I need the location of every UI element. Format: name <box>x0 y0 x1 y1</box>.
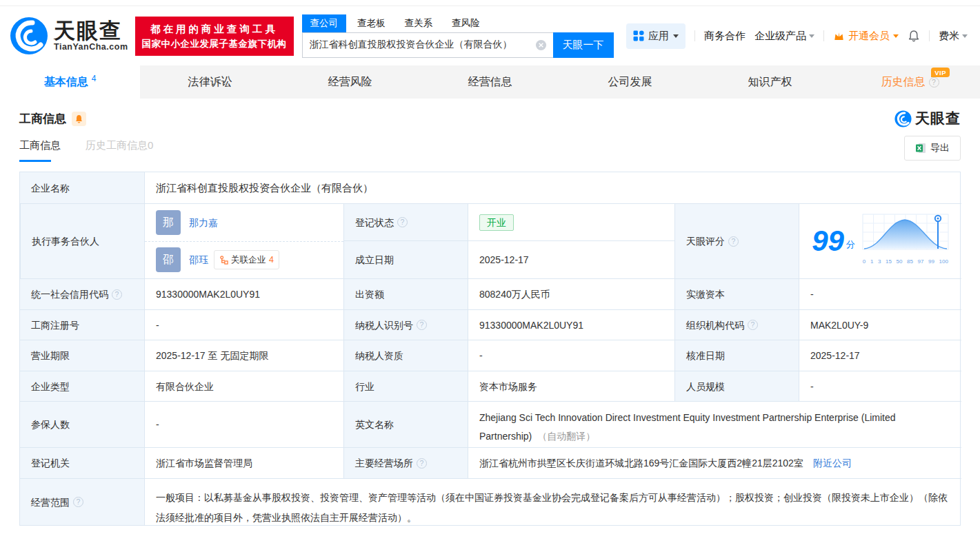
score-curve-chart <box>862 214 949 251</box>
org-chart-icon <box>219 256 228 265</box>
partner-avatar[interactable]: 那 <box>156 210 181 235</box>
subscribe-bell-icon[interactable] <box>72 112 86 126</box>
tab-business-info[interactable]: 工商信息 <box>19 139 61 162</box>
field-label: 登记状态 ? <box>343 203 468 240</box>
partner-row: 邵 邵珏 关联企业 4 <box>145 241 343 279</box>
clear-icon[interactable] <box>535 39 547 51</box>
tianyancha-logo-icon <box>10 17 48 55</box>
field-label: 组织机构代码 ? <box>674 309 799 340</box>
business-term-value: 2025-12-17 至 无固定期限 <box>144 340 343 371</box>
staff-size-value: - <box>799 371 961 401</box>
search-tab-relation[interactable]: 查关系 <box>397 14 441 32</box>
tab-company-development[interactable]: 公司发展 <box>560 65 700 99</box>
help-icon[interactable]: ? <box>417 320 427 330</box>
field-label: 登记机关 <box>20 447 144 478</box>
search-box: 天眼一下 <box>302 32 614 58</box>
menu-cooperation[interactable]: 商务合作 <box>704 30 746 43</box>
tab-history-business-info[interactable]: 历史工商信息0 <box>86 139 153 162</box>
help-icon[interactable]: ? <box>112 289 122 300</box>
field-label: 统一社会信用代码 ? <box>20 278 144 309</box>
section-title: 工商信息 <box>19 111 66 127</box>
reg-number-value: - <box>144 309 343 340</box>
paid-capital-value: - <box>799 278 961 309</box>
score-cell: 99分 01 315 5085 <box>799 203 961 278</box>
business-scope-value: 一般项目：以私募基金从事股权投资、投资管理、资产管理等活动（须在中国证券投资基金… <box>144 478 961 525</box>
tab-legal-proceedings[interactable]: 法律诉讼 <box>140 65 280 99</box>
section-header: 工商信息 天眼查 <box>0 99 980 132</box>
field-label: 纳税人资质 <box>343 340 468 371</box>
search-tab-company[interactable]: 查公司 <box>302 14 347 32</box>
search-tab-risk[interactable]: 查风险 <box>443 14 488 32</box>
partner-link[interactable]: 邵珏 <box>189 253 208 267</box>
tab-operation-info[interactable]: 经营信息 <box>420 65 560 99</box>
menu-enterprise-products[interactable]: 企业级产品 <box>754 30 814 43</box>
chevron-down-icon <box>809 34 814 41</box>
search-tab-boss[interactable]: 查老板 <box>349 14 394 32</box>
tab-operation-risk[interactable]: 经营风险 <box>280 65 420 99</box>
related-companies-badge[interactable]: 关联企业 4 <box>214 250 279 269</box>
apps-label: 应用 <box>648 30 669 43</box>
auto-translate-note: （自动翻译） <box>537 431 595 442</box>
menu-divider <box>823 30 824 41</box>
menu-divider <box>694 30 695 41</box>
chevron-down-icon <box>962 34 968 41</box>
top-divider <box>0 0 980 6</box>
help-icon[interactable]: ? <box>728 236 739 247</box>
grid-icon <box>633 30 644 41</box>
watermark-logo: 天眼查 <box>894 109 961 128</box>
search-button[interactable]: 天眼一下 <box>553 32 614 58</box>
chevron-down-icon <box>673 34 679 41</box>
help-icon[interactable]: ? <box>748 320 758 330</box>
score-number: 99分 <box>812 227 855 255</box>
slogan-line1: 都在用的商业查询工具 <box>142 21 287 37</box>
slogan-banner: 都在用的商业查询工具 国家中小企业发展子基金旗下机构 <box>135 17 294 56</box>
partner-row: 那 那力嘉 <box>145 204 343 241</box>
industry-value: 资本市场服务 <box>468 371 674 401</box>
partner-avatar[interactable]: 邵 <box>156 247 181 272</box>
credit-code-value: 91330000MAK2L0UY91 <box>144 278 343 309</box>
help-icon[interactable]: ? <box>929 77 939 88</box>
tab-intellectual-property[interactable]: 知识产权 <box>700 65 840 99</box>
field-label: 行业 <box>343 371 468 401</box>
field-label: 天眼评分 ? <box>674 203 799 278</box>
field-label: 人员规模 <box>674 371 799 401</box>
business-info-table: 企业名称 浙江省科创直投股权投资合伙企业（有限合伙） 执行事务合伙人 那 那力嘉… <box>19 172 961 526</box>
contribution-value: 808240万人民币 <box>468 278 674 309</box>
notification-bell-icon[interactable] <box>908 30 920 42</box>
apps-menu-button[interactable]: 应用 <box>626 23 686 49</box>
username: 费米 <box>939 30 959 43</box>
search-tabs: 查公司 查老板 查关系 查风险 <box>302 14 614 32</box>
search-input[interactable] <box>303 39 535 50</box>
excel-icon <box>915 143 926 154</box>
field-label: 纳税人识别号 ? <box>343 309 468 340</box>
establish-date-value: 2025-12-17 <box>468 240 674 278</box>
company-nav-tabs: 基本信息 4 法律诉讼 经营风险 经营信息 公司发展 知识产权 历史信息 VIP… <box>0 65 980 99</box>
company-name-value: 浙江省科创直投股权投资合伙企业（有限合伙） <box>144 172 961 203</box>
help-icon[interactable]: ? <box>417 458 427 469</box>
partners-cell: 那 那力嘉 邵 邵珏 关联企业 4 <box>144 203 343 278</box>
help-icon[interactable]: ? <box>73 497 83 507</box>
field-label: 英文名称 <box>343 401 468 447</box>
chevron-down-icon <box>893 34 899 41</box>
user-menu[interactable]: 费米 <box>939 30 968 43</box>
nearby-companies-link[interactable]: 附近公司 <box>813 456 852 470</box>
brand-name: 天眼查 <box>54 20 128 42</box>
tab-history-info[interactable]: 历史信息 VIP ? <box>840 65 980 99</box>
address-value: 浙江省杭州市拱墅区长庆街道环城北路169号汇金国际大厦西2幢21层2102室 <box>479 456 803 470</box>
watermark-text: 天眼查 <box>915 109 961 128</box>
field-label: 核准日期 <box>674 340 799 371</box>
score-chart: 01 315 5085 9799 100 <box>862 214 949 269</box>
export-button[interactable]: 导出 <box>904 136 961 161</box>
crown-icon <box>833 31 845 41</box>
menu-open-vip[interactable]: 开通会员 <box>833 30 899 43</box>
score-axis: 01 315 5085 9799 100 <box>862 255 949 269</box>
tab-basic-info[interactable]: 基本信息 4 <box>0 65 140 99</box>
field-label: 实缴资本 <box>674 278 799 309</box>
brand-logo[interactable]: 天眼查 TianYanCha.com <box>10 17 128 55</box>
business-info-tabs: 工商信息 历史工商信息0 导出 <box>0 132 980 165</box>
field-label: 成立日期 <box>343 240 468 278</box>
partner-link[interactable]: 那力嘉 <box>189 216 218 229</box>
field-label: 主要经营场所 ? <box>343 447 468 478</box>
help-icon[interactable]: ? <box>397 217 408 227</box>
company-type-value: 有限合伙企业 <box>144 371 343 401</box>
